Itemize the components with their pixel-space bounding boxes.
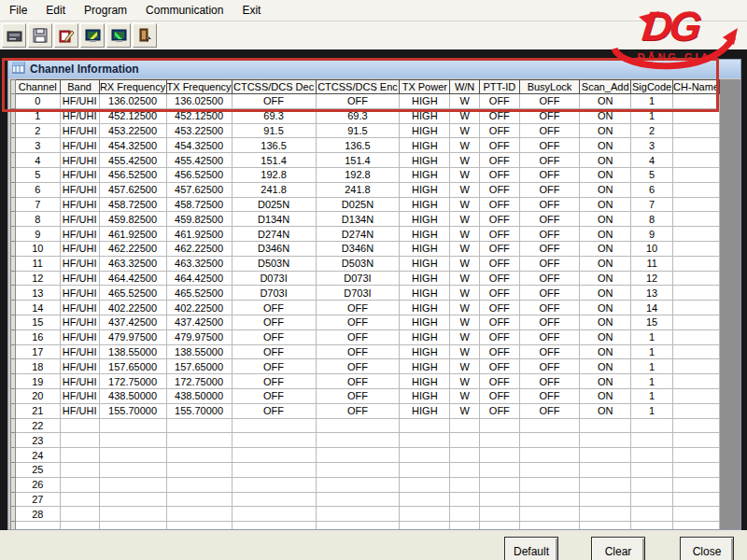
table-cell[interactable]: ON xyxy=(580,329,631,344)
table-cell[interactable]: OFF xyxy=(479,94,519,109)
table-cell[interactable] xyxy=(450,492,480,507)
table-cell[interactable] xyxy=(580,522,631,529)
table-cell[interactable]: 19 xyxy=(15,374,60,389)
table-cell[interactable]: HF/UHI xyxy=(60,403,99,418)
table-cell[interactable]: 26 xyxy=(15,477,60,492)
table-cell[interactable] xyxy=(631,492,673,507)
table-cell[interactable]: 3 xyxy=(15,138,60,153)
table-cell[interactable]: OFF xyxy=(519,301,580,315)
table-cell[interactable] xyxy=(232,448,316,463)
default-button[interactable]: Default xyxy=(504,537,558,560)
table-cell[interactable]: 192.8 xyxy=(316,167,400,182)
table-cell[interactable]: 437.42500 xyxy=(166,315,232,329)
table-cell[interactable]: D274N xyxy=(232,227,316,242)
table-cell[interactable] xyxy=(673,271,720,286)
table-cell[interactable] xyxy=(232,418,316,433)
table-cell[interactable]: D134N xyxy=(316,212,400,227)
table-cell[interactable] xyxy=(450,507,480,522)
table-cell[interactable]: W xyxy=(450,374,480,389)
table-cell[interactable]: OFF xyxy=(232,301,316,315)
table-cell[interactable]: ON xyxy=(580,241,631,256)
table-cell[interactable]: OFF xyxy=(479,123,519,138)
table-cell[interactable]: D703I xyxy=(316,286,400,301)
table-cell[interactable] xyxy=(673,359,720,374)
table-cell[interactable]: 4 xyxy=(631,153,673,168)
table-cell[interactable] xyxy=(166,492,232,507)
table-cell[interactable]: OFF xyxy=(519,182,580,197)
table-cell[interactable] xyxy=(60,418,99,433)
write-to-radio-button[interactable] xyxy=(106,23,131,48)
table-cell[interactable]: OFF xyxy=(479,212,519,227)
table-cell[interactable] xyxy=(479,507,519,522)
table-cell[interactable]: 464.42500 xyxy=(166,271,232,286)
table-cell[interactable]: ON xyxy=(580,227,631,242)
table-cell[interactable]: HF/UHI xyxy=(60,315,99,329)
table-cell[interactable]: 462.22500 xyxy=(166,241,232,256)
table-cell[interactable]: 1 xyxy=(631,344,673,359)
table-cell[interactable]: HF/UHI xyxy=(60,167,99,182)
table-cell[interactable] xyxy=(15,522,60,529)
table-cell[interactable]: 157.65000 xyxy=(166,359,232,374)
table-cell[interactable]: 21 xyxy=(15,403,60,418)
table-cell[interactable]: OFF xyxy=(479,329,519,344)
table-cell[interactable]: 157.65000 xyxy=(99,359,166,374)
table-cell[interactable] xyxy=(400,462,450,477)
table-cell[interactable]: HIGH xyxy=(400,197,450,212)
table-cell[interactable]: OFF xyxy=(519,94,580,109)
table-cell[interactable]: 136.5 xyxy=(316,138,400,153)
table-cell[interactable]: HF/UHI xyxy=(60,197,99,212)
table-cell[interactable]: 465.52500 xyxy=(166,286,232,301)
table-cell[interactable]: W xyxy=(450,212,480,227)
table-cell[interactable]: OFF xyxy=(232,388,316,403)
table-cell[interactable]: 437.42500 xyxy=(99,315,166,329)
close-button[interactable]: Close xyxy=(680,537,734,560)
table-cell[interactable] xyxy=(673,462,720,477)
table-cell[interactable]: 452.12500 xyxy=(99,108,166,123)
table-cell[interactable]: HIGH xyxy=(400,256,450,271)
table-cell[interactable]: W xyxy=(450,138,480,153)
table-cell[interactable] xyxy=(450,477,480,492)
table-cell[interactable] xyxy=(166,507,232,522)
table-cell[interactable] xyxy=(673,256,720,271)
table-cell[interactable]: OFF xyxy=(479,153,519,168)
table-cell[interactable]: 1 xyxy=(631,329,673,344)
table-cell[interactable]: OFF xyxy=(316,388,400,403)
table-cell[interactable]: 28 xyxy=(15,507,60,522)
table-cell[interactable]: 23 xyxy=(15,433,60,448)
table-cell[interactable]: OFF xyxy=(479,197,519,212)
table-cell[interactable]: OFF xyxy=(479,271,519,286)
table-cell[interactable]: HF/UHI xyxy=(60,359,99,374)
table-cell[interactable]: 22 xyxy=(15,418,60,433)
table-cell[interactable]: OFF xyxy=(232,374,316,389)
table-cell[interactable]: HIGH xyxy=(400,167,450,182)
table-cell[interactable]: HIGH xyxy=(400,301,450,315)
table-cell[interactable] xyxy=(631,462,673,477)
table-cell[interactable] xyxy=(673,344,720,359)
table-cell[interactable]: ON xyxy=(580,182,631,197)
table-cell[interactable]: OFF xyxy=(479,315,519,329)
table-cell[interactable]: ON xyxy=(580,197,631,212)
column-header[interactable]: Channel xyxy=(15,80,60,94)
table-cell[interactable] xyxy=(673,388,720,403)
table-cell[interactable]: 172.75000 xyxy=(99,374,166,389)
table-cell[interactable]: 9 xyxy=(631,227,673,242)
table-cell[interactable]: 91.5 xyxy=(316,123,400,138)
table-cell[interactable]: OFF xyxy=(519,227,580,242)
table-cell[interactable] xyxy=(166,477,232,492)
table-cell[interactable]: 1 xyxy=(631,374,673,389)
table-cell[interactable] xyxy=(673,182,720,197)
exit-app-button[interactable] xyxy=(133,23,157,48)
table-cell[interactable] xyxy=(673,507,720,522)
table-cell[interactable]: ON xyxy=(580,286,631,301)
table-cell[interactable]: ON xyxy=(580,256,631,271)
table-cell[interactable]: OFF xyxy=(519,315,580,329)
table-cell[interactable]: 69.3 xyxy=(316,108,400,123)
table-cell[interactable]: OFF xyxy=(519,359,580,374)
table-cell[interactable]: 458.72500 xyxy=(99,197,166,212)
table-cell[interactable] xyxy=(673,329,720,344)
table-cell[interactable]: 10 xyxy=(15,241,60,256)
table-cell[interactable] xyxy=(673,492,720,507)
table-cell[interactable]: ON xyxy=(580,315,631,329)
table-cell[interactable]: ON xyxy=(580,212,631,227)
table-cell[interactable]: D703I xyxy=(232,286,316,301)
